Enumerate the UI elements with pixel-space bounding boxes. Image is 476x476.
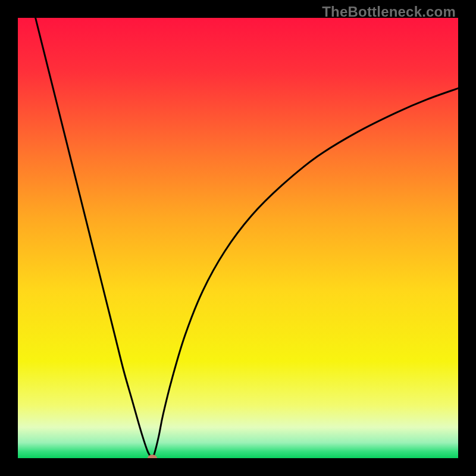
minimum-marker	[148, 455, 157, 458]
plot-area	[18, 18, 458, 458]
curve-left-branch	[36, 18, 152, 458]
watermark-text: TheBottleneck.com	[322, 4, 456, 20]
curve-right-branch	[152, 88, 458, 458]
chart-frame: TheBottleneck.com	[0, 0, 476, 476]
curve-layer	[18, 18, 458, 458]
